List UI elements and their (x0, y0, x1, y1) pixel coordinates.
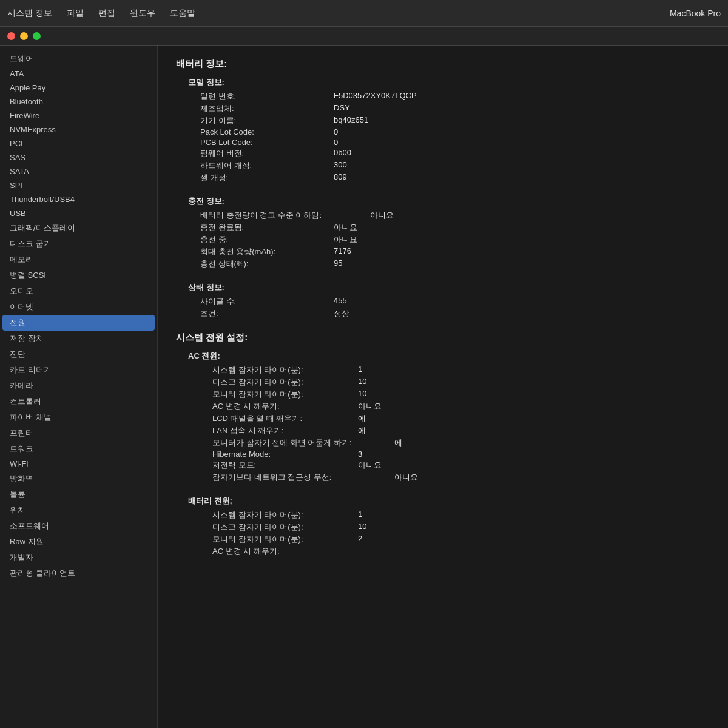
info-network-access-priority: 잠자기보다 네트워크 접근성 우선: 아니요 (212, 471, 710, 484)
sidebar-item-card-reader[interactable]: 카드 리더기 (0, 362, 157, 378)
maximize-button[interactable] (33, 32, 41, 40)
info-hibernate-mode: Hibernate Mode: 3 (212, 449, 710, 459)
sidebar-item-memory[interactable]: 메모리 (0, 252, 157, 268)
info-charge-warning: 배터리 총전량이 경고 수준 이하임: 아니요 (200, 209, 710, 221)
info-monitor-sleep-ac: 모니터 잠자기 타이머(분): 10 (212, 388, 710, 400)
info-charging: 충전 중: 아니요 (200, 234, 710, 246)
info-disk-sleep-battery: 디스크 잠자기 타이머(분): 10 (212, 521, 710, 533)
sidebar-item-managed-client[interactable]: 관리형 클라이언트 (0, 565, 157, 581)
close-button[interactable] (7, 32, 15, 40)
info-monitor-sleep-battery: 모니터 잠자기 타이머(분): 2 (212, 533, 710, 545)
info-hardware-revision: 하드웨어 개정: 300 (200, 160, 710, 172)
sidebar-item-thunderbolt[interactable]: Thunderbolt/USB4 (0, 192, 157, 206)
sidebar-item-usb[interactable]: USB (0, 206, 157, 220)
sidebar-item-wifi[interactable]: Wi-Fi (0, 457, 157, 471)
sidebar-item-sata[interactable]: SATA (0, 164, 157, 178)
ac-section-title: AC 전원: (188, 351, 710, 362)
sidebar-item-network[interactable]: 트워크 (0, 441, 157, 457)
info-disk-sleep-ac: 디스크 잠자기 타이머(분): 10 (212, 376, 710, 388)
info-wake-lcd-open: LCD 패널을 열 때 깨우기: 에 (212, 413, 710, 425)
menu-help[interactable]: 도움말 (170, 8, 195, 19)
sidebar-item-storage[interactable]: 저장 장치 (0, 331, 157, 346)
info-cell-revision: 셀 개정: 809 (200, 172, 710, 184)
status-section-title: 상태 정보: (188, 282, 710, 293)
app-title: MacBook Pro (670, 8, 721, 18)
info-pack-lot: Pack Lot Code: 0 (200, 127, 710, 137)
info-ac-change-battery: AC 변경 시 깨우기: (212, 545, 710, 558)
sidebar-item-disk[interactable]: 디스크 굽기 (0, 236, 157, 252)
info-condition: 조건: 정상 (200, 308, 710, 320)
sidebar-item-raw-support[interactable]: Raw 지원 (0, 534, 157, 550)
sidebar-item-fiber-channel[interactable]: 파이버 채널 (0, 410, 157, 425)
info-charge-complete: 충전 완료됨: 아니요 (200, 221, 710, 234)
sidebar-item-nvmexpress[interactable]: NVMExpress (0, 123, 157, 136)
info-wake-lan: LAN 접속 시 깨우기: 에 (212, 425, 710, 437)
sidebar-item-volume[interactable]: 볼륨 (0, 487, 157, 502)
menubar: 시스템 정보 파일 편집 윈도우 도움말 MacBook Pro (0, 0, 728, 27)
sidebar-item-sas[interactable]: SAS (0, 150, 157, 164)
sidebar-item-pci[interactable]: PCI (0, 136, 157, 150)
sidebar-item-camera[interactable]: 카메라 (0, 378, 157, 394)
info-firmware: 펌웨어 버전: 0b00 (200, 147, 710, 160)
sidebar-item-parallel-scsi[interactable]: 병렬 SCSI (0, 268, 157, 283)
window-chrome (0, 27, 728, 46)
sidebar-item-power[interactable]: 전원 (2, 315, 155, 331)
sidebar-item-diagnostics[interactable]: 진단 (0, 346, 157, 362)
sidebar-item-controller[interactable]: 컨트롤러 (0, 394, 157, 410)
info-wake-ac-change: AC 변경 시 깨우기: 아니요 (212, 400, 710, 413)
info-system-sleep-ac: 시스템 잠자기 타이머(분): 1 (212, 364, 710, 376)
main-title: 배터리 정보: (176, 58, 710, 70)
charge-section-title: 충전 정보: (188, 196, 710, 207)
battery-power-section-title: 배터리 전원; (188, 496, 710, 507)
info-system-sleep-battery: 시스템 잠자기 타이머(분): 1 (212, 509, 710, 521)
sidebar-item-software[interactable]: 소프트웨어 (0, 518, 157, 534)
sidebar: 드웨어 ATA Apple Pay Bluetooth FireWire NVM… (0, 46, 158, 728)
info-charge-percent: 충전 상태(%): 95 (200, 258, 710, 270)
sidebar-item-location[interactable]: 위치 (0, 502, 157, 518)
info-low-power-mode: 저전력 모드: 아니요 (212, 459, 710, 471)
menu-window[interactable]: 윈도우 (130, 8, 155, 19)
sidebar-item-firewire[interactable]: FireWire (0, 109, 157, 123)
info-max-capacity: 최대 충전 용량(mAh): 7176 (200, 246, 710, 258)
sidebar-item-graphics[interactable]: 그래픽/디스플레이 (0, 220, 157, 236)
info-device-name: 기기 이름: bq40z651 (200, 115, 710, 127)
sidebar-item-audio[interactable]: 오디오 (0, 283, 157, 299)
info-serial: 일련 번호: F5D03572XY0K7LQCP (200, 90, 710, 103)
sidebar-item-firewall[interactable]: 방화벽 (0, 471, 157, 487)
sidebar-item-ethernet[interactable]: 이더넷 (0, 299, 157, 315)
info-manufacturer: 제조업체: DSY (200, 103, 710, 115)
sidebar-item-printer[interactable]: 프린터 (0, 425, 157, 441)
model-section-title: 모델 정보: (188, 77, 710, 88)
minimize-button[interactable] (20, 32, 28, 40)
info-pcb-lot: PCB Lot Code: 0 (200, 137, 710, 147)
content-area: 배터리 정보: 모델 정보: 일련 번호: F5D03572XY0K7LQCP … (158, 46, 728, 728)
main-layout: 드웨어 ATA Apple Pay Bluetooth FireWire NVM… (0, 46, 728, 728)
system-power-title: 시스템 전원 설정: (176, 332, 710, 343)
sidebar-item-apple-pay[interactable]: Apple Pay (0, 81, 157, 95)
menu-file[interactable]: 파일 (67, 8, 84, 19)
menu-system-info[interactable]: 시스템 정보 (7, 8, 52, 19)
sidebar-item-developer[interactable]: 개발자 (0, 550, 157, 565)
sidebar-item-ata[interactable]: ATA (0, 67, 157, 81)
info-cycle-count: 사이클 수: 455 (200, 295, 710, 308)
menu-edit[interactable]: 편집 (98, 8, 115, 19)
sidebar-item-spi[interactable]: SPI (0, 178, 157, 192)
info-dim-before-sleep: 모니터가 잠자기 전에 화면 어둡게 하기: 에 (212, 437, 710, 449)
sidebar-item-bluetooth[interactable]: Bluetooth (0, 95, 157, 109)
sidebar-item-hardware[interactable]: 드웨어 (0, 51, 157, 67)
